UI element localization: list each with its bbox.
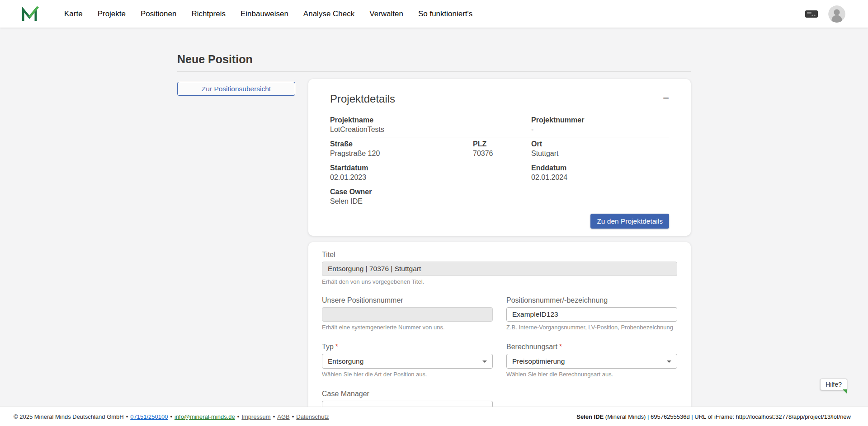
nav-item-projekte[interactable]: Projekte bbox=[98, 9, 126, 19]
footer-session-info: Selen IDE (Mineral Minds) | 69576255536d… bbox=[576, 413, 851, 420]
logo-m-icon bbox=[21, 6, 39, 22]
enddatum-label: Enddatum bbox=[531, 164, 669, 172]
go-to-project-details-button[interactable]: Zu den Projektdetails bbox=[590, 214, 669, 229]
footer-link-datenschutz[interactable]: Datenschutz bbox=[296, 413, 329, 420]
separator: • bbox=[292, 413, 294, 420]
nav-item-so-funktionierts[interactable]: So funktioniert's bbox=[418, 9, 472, 19]
nav-item-einbauweisen[interactable]: Einbauweisen bbox=[241, 9, 288, 19]
back-to-positions-button[interactable]: Zur Positionsübersicht bbox=[177, 82, 295, 96]
help-button[interactable]: Hilfe? bbox=[820, 379, 847, 390]
ort-label: Ort bbox=[531, 140, 669, 148]
typ-select[interactable]: Entsorgung bbox=[322, 354, 493, 369]
main-content: Neue Position Zur Positionsübersicht Pro… bbox=[0, 28, 868, 426]
title-divider bbox=[177, 71, 691, 72]
nav-item-karte[interactable]: Karte bbox=[64, 9, 83, 19]
plz-value: 70376 bbox=[473, 149, 531, 158]
nav-item-verwalten[interactable]: Verwalten bbox=[369, 9, 403, 19]
berechnungsart-field: Berechnungsart* Preisoptimierung Wählen … bbox=[506, 342, 677, 378]
nav-item-analyse-check[interactable]: Analyse Check bbox=[303, 9, 354, 19]
projektname-value: LotCreationTests bbox=[330, 125, 531, 134]
titel-field: Titel Erhält den von uns vorgegebenen Ti… bbox=[322, 250, 677, 285]
startdatum-label: Startdatum bbox=[330, 164, 531, 172]
terminal-icon[interactable] bbox=[805, 9, 818, 19]
copyright-text: © 2025 Mineral Minds Deutschland GmbH bbox=[14, 413, 124, 420]
positionsnummer-label: Positionsnummer/-bezeichnung bbox=[506, 296, 677, 304]
chevron-down-icon bbox=[482, 360, 487, 363]
typ-field: Typ* Entsorgung Wählen Sie hier die Art … bbox=[322, 342, 493, 378]
top-nav-bar: Karte Projekte Positionen Richtpreis Ein… bbox=[0, 0, 868, 28]
chevron-down-icon bbox=[667, 360, 671, 363]
unsere-positionsnummer-input bbox=[322, 307, 493, 322]
project-details-card: Projektdetails − Projektname LotCreation… bbox=[308, 79, 691, 236]
berechnungsart-label: Berechnungsart* bbox=[506, 342, 677, 351]
table-row: Straße Pragstraße 120 PLZ 70376 Ort Stut… bbox=[330, 137, 669, 161]
nav-right-actions bbox=[805, 5, 845, 23]
unsere-positionsnummer-helper: Erhält eine systemgenerierte Nummer von … bbox=[322, 324, 493, 331]
berechnungsart-helper: Wählen Sie hier die Berechnungsart aus. bbox=[506, 371, 677, 378]
footer-left: © 2025 Mineral Minds Deutschland GmbH • … bbox=[14, 413, 329, 420]
right-column: Projektdetails − Projektname LotCreation… bbox=[308, 79, 691, 426]
projektnummer-value: - bbox=[531, 125, 669, 134]
unsere-positionsnummer-label: Unsere Positionsnummer bbox=[322, 296, 493, 304]
typ-select-value: Entsorgung bbox=[328, 357, 363, 365]
page-title: Neue Position bbox=[177, 53, 691, 66]
footer-link-impressum[interactable]: Impressum bbox=[241, 413, 270, 420]
footer: © 2025 Mineral Minds Deutschland GmbH • … bbox=[0, 407, 868, 426]
main-nav: Karte Projekte Positionen Richtpreis Ein… bbox=[64, 9, 472, 19]
separator: • bbox=[170, 413, 172, 420]
user-avatar[interactable] bbox=[828, 5, 845, 23]
footer-link-agb[interactable]: AGB bbox=[277, 413, 289, 420]
plz-label: PLZ bbox=[473, 140, 531, 148]
new-position-form-card: Titel Erhält den von uns vorgegebenen Ti… bbox=[308, 242, 691, 426]
titel-label: Titel bbox=[322, 250, 677, 259]
person-icon bbox=[828, 5, 845, 23]
table-row: Projektname LotCreationTests Projektnumm… bbox=[330, 113, 669, 137]
titel-input bbox=[322, 262, 677, 276]
positionsnummer-input[interactable] bbox=[506, 307, 677, 322]
strasse-value: Pragstraße 120 bbox=[330, 149, 473, 158]
required-asterisk: * bbox=[559, 343, 562, 351]
session-user: Selen IDE bbox=[576, 413, 604, 420]
typ-helper: Wählen Sie hier die Art der Position aus… bbox=[322, 371, 493, 378]
nav-item-richtpreis[interactable]: Richtpreis bbox=[191, 9, 226, 19]
berechnungsart-select-value: Preisoptimierung bbox=[512, 357, 565, 365]
separator: • bbox=[273, 413, 275, 420]
required-asterisk: * bbox=[335, 343, 338, 351]
separator: • bbox=[237, 413, 240, 420]
collapse-card-button[interactable]: − bbox=[663, 93, 669, 103]
ort-value: Stuttgart bbox=[531, 149, 669, 158]
titel-helper: Erhält den von uns vorgegebenen Titel. bbox=[322, 278, 677, 285]
table-row: Startdatum 02.01.2023 Enddatum 02.01.202… bbox=[330, 161, 669, 185]
case-owner-label: Case Owner bbox=[330, 188, 669, 196]
typ-label: Typ* bbox=[322, 342, 493, 351]
separator: • bbox=[126, 413, 128, 420]
positionsnummer-field: Positionsnummer/-bezeichnung Z.B. Intern… bbox=[506, 296, 677, 331]
left-column: Zur Positionsübersicht bbox=[177, 79, 295, 96]
footer-phone-link[interactable]: 07151/250100 bbox=[130, 413, 168, 420]
startdatum-value: 02.01.2023 bbox=[330, 173, 531, 182]
project-details-table: Projektname LotCreationTests Projektnumm… bbox=[330, 113, 669, 209]
projektnummer-label: Projektnummer bbox=[531, 116, 669, 124]
berechnungsart-select[interactable]: Preisoptimierung bbox=[506, 354, 677, 369]
unsere-positionsnummer-field: Unsere Positionsnummer Erhält eine syste… bbox=[322, 296, 493, 331]
case-manager-label: Case Manager bbox=[322, 389, 493, 398]
positionsnummer-helper: Z.B. Interne-Vorgangsnummer, LV-Position… bbox=[506, 324, 677, 331]
nav-item-positionen[interactable]: Positionen bbox=[141, 9, 176, 19]
footer-email-link[interactable]: info@mineral-minds.de bbox=[175, 413, 235, 420]
table-row: Case Owner Selen IDE bbox=[330, 185, 669, 209]
strasse-label: Straße bbox=[330, 140, 473, 148]
projektname-label: Projektname bbox=[330, 116, 531, 124]
mineral-minds-logo[interactable] bbox=[21, 6, 39, 22]
project-details-title: Projektdetails bbox=[330, 93, 395, 105]
case-owner-value: Selen IDE bbox=[330, 197, 669, 206]
enddatum-value: 02.01.2024 bbox=[531, 173, 669, 182]
session-details: (Mineral Minds) | 69576255536d | URL of … bbox=[604, 413, 851, 420]
